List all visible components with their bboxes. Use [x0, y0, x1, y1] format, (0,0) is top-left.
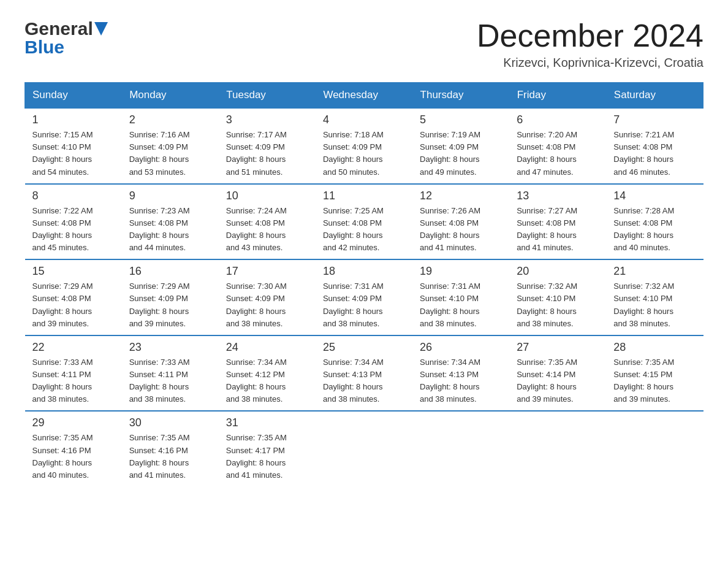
day-number: 17	[226, 265, 308, 278]
day-info: Sunrise: 7:34 AMSunset: 4:12 PMDaylight:…	[226, 356, 308, 406]
day-number: 3	[226, 113, 308, 126]
day-info: Sunrise: 7:19 AMSunset: 4:09 PMDaylight:…	[420, 129, 502, 178]
weekday-header-monday: Monday	[122, 83, 219, 109]
day-info: Sunrise: 7:35 AMSunset: 4:15 PMDaylight:…	[613, 356, 696, 406]
day-number: 26	[420, 341, 502, 354]
day-number: 12	[420, 190, 502, 202]
day-number: 25	[323, 341, 405, 354]
day-number: 2	[129, 113, 211, 126]
day-info: Sunrise: 7:25 AMSunset: 4:08 PMDaylight:…	[323, 205, 405, 255]
calendar-cell: 19 Sunrise: 7:31 AMSunset: 4:10 PMDaylig…	[412, 259, 509, 335]
day-number: 21	[613, 265, 696, 278]
calendar-cell: 6 Sunrise: 7:20 AMSunset: 4:08 PMDayligh…	[509, 108, 606, 184]
logo: General Blue	[25, 18, 108, 58]
logo-triangle-icon	[94, 22, 108, 36]
calendar-week-1: 1 Sunrise: 7:15 AMSunset: 4:10 PMDayligh…	[25, 108, 703, 184]
day-info: Sunrise: 7:26 AMSunset: 4:08 PMDaylight:…	[420, 205, 502, 255]
calendar-cell: 3 Sunrise: 7:17 AMSunset: 4:09 PMDayligh…	[219, 108, 316, 184]
day-info: Sunrise: 7:27 AMSunset: 4:08 PMDaylight:…	[517, 205, 599, 255]
calendar-cell: 14 Sunrise: 7:28 AMSunset: 4:08 PMDaylig…	[606, 184, 703, 260]
day-info: Sunrise: 7:35 AMSunset: 4:17 PMDaylight:…	[226, 432, 308, 481]
calendar-cell: 7 Sunrise: 7:21 AMSunset: 4:08 PMDayligh…	[606, 108, 703, 184]
weekday-header-wednesday: Wednesday	[316, 83, 412, 109]
day-info: Sunrise: 7:35 AMSunset: 4:14 PMDaylight:…	[517, 356, 599, 406]
day-number: 14	[613, 190, 696, 202]
day-number: 7	[613, 113, 696, 126]
day-number: 19	[420, 265, 502, 278]
calendar-cell: 22 Sunrise: 7:33 AMSunset: 4:11 PMDaylig…	[25, 335, 122, 412]
calendar-cell: 2 Sunrise: 7:16 AMSunset: 4:09 PMDayligh…	[122, 108, 219, 184]
day-info: Sunrise: 7:21 AMSunset: 4:08 PMDaylight:…	[613, 129, 696, 178]
day-number: 9	[129, 190, 211, 202]
calendar-cell: 29 Sunrise: 7:35 AMSunset: 4:16 PMDaylig…	[25, 411, 122, 486]
calendar-cell: 1 Sunrise: 7:15 AMSunset: 4:10 PMDayligh…	[25, 108, 122, 184]
calendar-cell: 8 Sunrise: 7:22 AMSunset: 4:08 PMDayligh…	[25, 184, 122, 260]
calendar-cell: 28 Sunrise: 7:35 AMSunset: 4:15 PMDaylig…	[606, 335, 703, 412]
day-number: 11	[323, 190, 405, 202]
weekday-header-tuesday: Tuesday	[219, 83, 316, 109]
day-info: Sunrise: 7:30 AMSunset: 4:09 PMDaylight:…	[226, 280, 308, 330]
day-info: Sunrise: 7:35 AMSunset: 4:16 PMDaylight:…	[129, 432, 211, 481]
day-info: Sunrise: 7:17 AMSunset: 4:09 PMDaylight:…	[226, 129, 308, 178]
calendar-cell: 27 Sunrise: 7:35 AMSunset: 4:14 PMDaylig…	[509, 335, 606, 412]
calendar-cell: 30 Sunrise: 7:35 AMSunset: 4:16 PMDaylig…	[122, 411, 219, 486]
day-number: 13	[517, 190, 599, 202]
calendar-cell: 12 Sunrise: 7:26 AMSunset: 4:08 PMDaylig…	[412, 184, 509, 260]
calendar-cell: 26 Sunrise: 7:34 AMSunset: 4:13 PMDaylig…	[412, 335, 509, 412]
calendar-cell: 5 Sunrise: 7:19 AMSunset: 4:09 PMDayligh…	[412, 108, 509, 184]
day-number: 24	[226, 341, 308, 354]
day-number: 15	[32, 265, 115, 278]
logo-blue: Blue	[25, 37, 64, 58]
calendar-cell	[606, 411, 703, 486]
day-info: Sunrise: 7:31 AMSunset: 4:10 PMDaylight:…	[420, 280, 502, 330]
day-info: Sunrise: 7:24 AMSunset: 4:08 PMDaylight:…	[226, 205, 308, 255]
day-info: Sunrise: 7:15 AMSunset: 4:10 PMDaylight:…	[32, 129, 115, 178]
calendar-cell: 16 Sunrise: 7:29 AMSunset: 4:09 PMDaylig…	[122, 259, 219, 335]
calendar-cell: 21 Sunrise: 7:32 AMSunset: 4:10 PMDaylig…	[606, 259, 703, 335]
calendar-cell	[509, 411, 606, 486]
day-number: 27	[517, 341, 599, 354]
calendar-cell: 24 Sunrise: 7:34 AMSunset: 4:12 PMDaylig…	[219, 335, 316, 412]
calendar-cell: 9 Sunrise: 7:23 AMSunset: 4:08 PMDayligh…	[122, 184, 219, 260]
calendar-cell: 18 Sunrise: 7:31 AMSunset: 4:09 PMDaylig…	[316, 259, 412, 335]
page-header: General Blue December 2024 Krizevci, Kop…	[25, 18, 703, 70]
day-info: Sunrise: 7:22 AMSunset: 4:08 PMDaylight:…	[32, 205, 115, 255]
day-info: Sunrise: 7:32 AMSunset: 4:10 PMDaylight:…	[517, 280, 599, 330]
calendar-cell	[412, 411, 509, 486]
weekday-header-sunday: Sunday	[25, 83, 122, 109]
day-number: 10	[226, 190, 308, 202]
calendar-cell: 31 Sunrise: 7:35 AMSunset: 4:17 PMDaylig…	[219, 411, 316, 486]
day-info: Sunrise: 7:20 AMSunset: 4:08 PMDaylight:…	[517, 129, 599, 178]
calendar-cell: 20 Sunrise: 7:32 AMSunset: 4:10 PMDaylig…	[509, 259, 606, 335]
day-info: Sunrise: 7:23 AMSunset: 4:08 PMDaylight:…	[129, 205, 211, 255]
day-number: 8	[32, 190, 115, 202]
svg-marker-0	[94, 22, 108, 36]
location-subtitle: Krizevci, Koprivnica-Krizevci, Croatia	[477, 56, 703, 70]
calendar-cell: 11 Sunrise: 7:25 AMSunset: 4:08 PMDaylig…	[316, 184, 412, 260]
day-info: Sunrise: 7:16 AMSunset: 4:09 PMDaylight:…	[129, 129, 211, 178]
month-title: December 2024	[477, 18, 703, 53]
calendar-week-4: 22 Sunrise: 7:33 AMSunset: 4:11 PMDaylig…	[25, 335, 703, 412]
day-info: Sunrise: 7:34 AMSunset: 4:13 PMDaylight:…	[323, 356, 405, 406]
calendar-cell: 4 Sunrise: 7:18 AMSunset: 4:09 PMDayligh…	[316, 108, 412, 184]
weekday-header-saturday: Saturday	[606, 83, 703, 109]
day-number: 28	[613, 341, 696, 354]
calendar-week-5: 29 Sunrise: 7:35 AMSunset: 4:16 PMDaylig…	[25, 411, 703, 486]
day-info: Sunrise: 7:28 AMSunset: 4:08 PMDaylight:…	[613, 205, 696, 255]
weekday-header-row: SundayMondayTuesdayWednesdayThursdayFrid…	[25, 83, 703, 109]
calendar-cell: 10 Sunrise: 7:24 AMSunset: 4:08 PMDaylig…	[219, 184, 316, 260]
day-number: 6	[517, 113, 599, 126]
day-number: 31	[226, 416, 308, 429]
day-number: 29	[32, 416, 115, 429]
day-number: 22	[32, 341, 115, 354]
day-number: 23	[129, 341, 211, 354]
calendar-week-2: 8 Sunrise: 7:22 AMSunset: 4:08 PMDayligh…	[25, 184, 703, 260]
calendar-week-3: 15 Sunrise: 7:29 AMSunset: 4:08 PMDaylig…	[25, 259, 703, 335]
day-info: Sunrise: 7:34 AMSunset: 4:13 PMDaylight:…	[420, 356, 502, 406]
calendar-cell: 13 Sunrise: 7:27 AMSunset: 4:08 PMDaylig…	[509, 184, 606, 260]
calendar-cell: 25 Sunrise: 7:34 AMSunset: 4:13 PMDaylig…	[316, 335, 412, 412]
day-info: Sunrise: 7:33 AMSunset: 4:11 PMDaylight:…	[32, 356, 115, 406]
day-info: Sunrise: 7:35 AMSunset: 4:16 PMDaylight:…	[32, 432, 115, 481]
weekday-header-friday: Friday	[509, 83, 606, 109]
day-info: Sunrise: 7:18 AMSunset: 4:09 PMDaylight:…	[323, 129, 405, 178]
